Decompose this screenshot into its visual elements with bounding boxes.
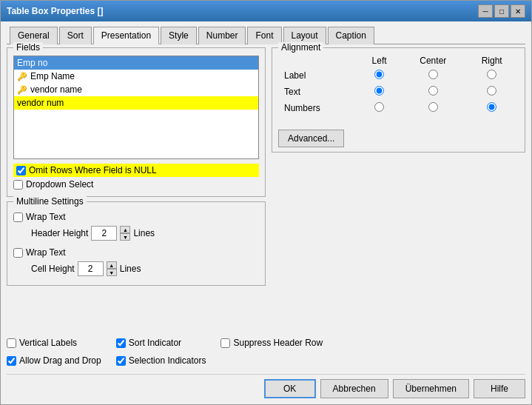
alignment-header-left: Left bbox=[357, 54, 401, 67]
field-item-empno[interactable]: Emp no bbox=[14, 56, 258, 70]
cancel-button[interactable]: Abbrechen bbox=[320, 379, 388, 398]
dropdown-select-label: Dropdown Select bbox=[26, 179, 93, 190]
sort-indicator-checkbox[interactable] bbox=[116, 338, 126, 348]
cell-height-spinner: ▲ ▼ bbox=[107, 261, 117, 276]
left-panel: Fields Emp no 🔑 Emp Name 🔑 vendor name bbox=[7, 47, 266, 329]
multiline-settings-group: Multiline Settings Wrap Text Header Heig… bbox=[7, 201, 266, 286]
key-icon: 🔑 bbox=[17, 85, 27, 95]
header-height-down[interactable]: ▼ bbox=[120, 233, 130, 241]
field-item-empname[interactable]: 🔑 Emp Name bbox=[14, 70, 258, 83]
alignment-row-numbers: Numbers bbox=[278, 100, 519, 116]
alignment-header-empty bbox=[278, 54, 357, 67]
alignment-label-left bbox=[357, 67, 401, 84]
checkbox-col-1: Vertical Labels Allow Drag and Drop bbox=[7, 335, 101, 368]
alignment-table: Left Center Right Label bbox=[278, 54, 519, 116]
tab-caption[interactable]: Caption bbox=[328, 27, 374, 44]
wrap-header-checkbox[interactable] bbox=[13, 212, 23, 222]
omit-rows-label: Omit Rows Where Field is NULL bbox=[29, 165, 157, 175]
bottom-buttons: OK Abbrechen Übernehmen Hilfe bbox=[7, 374, 525, 400]
header-height-input[interactable] bbox=[91, 226, 117, 241]
header-height-up[interactable]: ▲ bbox=[120, 226, 130, 233]
wrap-header-row: Wrap Text bbox=[13, 210, 259, 224]
alignment-label-left-radio[interactable] bbox=[374, 70, 384, 79]
tab-style[interactable]: Style bbox=[161, 27, 197, 44]
selection-indicators-checkbox[interactable] bbox=[116, 356, 126, 366]
allow-drag-row: Allow Drag and Drop bbox=[7, 353, 101, 368]
minimize-button[interactable]: ─ bbox=[478, 4, 493, 18]
alignment-row-label: Label bbox=[278, 67, 519, 84]
omit-rows-checkbox[interactable] bbox=[16, 166, 26, 175]
tab-sort[interactable]: Sort bbox=[59, 27, 92, 44]
header-height-label: Header Height bbox=[16, 228, 88, 238]
cell-height-row: Cell Height ▲ ▼ Lines bbox=[13, 261, 259, 276]
field-item-vendornum[interactable]: vendor num bbox=[14, 96, 258, 110]
fields-group-title: Fields bbox=[13, 42, 43, 53]
multiline-settings-title: Multiline Settings bbox=[13, 196, 87, 207]
fields-group: Fields Emp no 🔑 Emp Name 🔑 vendor name bbox=[7, 47, 266, 197]
fields-list[interactable]: Emp no 🔑 Emp Name 🔑 vendor name vendor n… bbox=[13, 56, 259, 159]
alignment-label-right-radio[interactable] bbox=[487, 70, 496, 79]
field-item-vendorname[interactable]: 🔑 vendor name bbox=[14, 83, 258, 96]
sort-indicator-label: Sort Indicator bbox=[129, 338, 181, 348]
alignment-label-right bbox=[465, 67, 519, 84]
ok-button[interactable]: OK bbox=[264, 379, 316, 398]
wrap-header-label: Wrap Text bbox=[26, 212, 66, 222]
header-lines-label: Lines bbox=[133, 228, 155, 238]
alignment-numbers-right-radio[interactable] bbox=[487, 102, 496, 112]
checkbox-col-2: Sort Indicator Selection Indicators bbox=[116, 335, 206, 368]
alignment-header-center: Center bbox=[401, 54, 465, 67]
header-height-row: Header Height ▲ ▼ Lines bbox=[13, 226, 259, 241]
cell-height-up[interactable]: ▲ bbox=[107, 261, 117, 269]
field-label: Emp no bbox=[17, 58, 47, 68]
main-area: Fields Emp no 🔑 Emp Name 🔑 vendor name bbox=[7, 47, 525, 329]
dropdown-select-checkbox[interactable] bbox=[13, 180, 23, 190]
suppress-header-label: Suppress Header Row bbox=[233, 338, 323, 348]
allow-drag-checkbox[interactable] bbox=[7, 356, 16, 366]
cell-lines-label: Lines bbox=[120, 264, 141, 274]
alignment-row-text: Text bbox=[278, 84, 519, 100]
selection-indicators-row: Selection Indicators bbox=[116, 353, 206, 368]
vertical-labels-row: Vertical Labels bbox=[7, 335, 101, 350]
tab-presentation[interactable]: Presentation bbox=[93, 27, 159, 44]
wrap-cell-section: Wrap Text Cell Height ▲ ▼ Lines bbox=[13, 245, 259, 276]
apply-button[interactable]: Übernehmen bbox=[393, 379, 469, 398]
omit-rows-row: Omit Rows Where Field is NULL bbox=[13, 164, 259, 177]
vertical-labels-checkbox[interactable] bbox=[7, 338, 16, 348]
maximize-button[interactable]: □ bbox=[494, 4, 509, 18]
tab-number[interactable]: Number bbox=[198, 27, 246, 44]
help-button[interactable]: Hilfe bbox=[474, 379, 525, 398]
dialog-content: General Sort Presentation Style Number F… bbox=[1, 21, 531, 404]
advanced-button[interactable]: Advanced... bbox=[278, 130, 344, 147]
key-icon: 🔑 bbox=[17, 72, 27, 81]
wrap-cell-checkbox[interactable] bbox=[13, 248, 23, 258]
title-bar: Table Box Properties [] ─ □ ✕ bbox=[1, 1, 531, 21]
bottom-checkboxes: Vertical Labels Allow Drag and Drop Sort… bbox=[7, 332, 525, 371]
sort-indicator-row: Sort Indicator bbox=[116, 335, 206, 350]
suppress-header-row: Suppress Header Row bbox=[220, 335, 323, 350]
cell-height-input[interactable] bbox=[78, 261, 104, 276]
vertical-labels-label: Vertical Labels bbox=[19, 338, 77, 348]
alignment-label-center-radio[interactable] bbox=[428, 70, 438, 79]
alignment-row-numbers-text: Numbers bbox=[278, 100, 357, 116]
alignment-label-center bbox=[401, 67, 465, 84]
cell-height-label: Cell Height bbox=[16, 264, 75, 274]
wrap-header-section: Wrap Text Header Height ▲ ▼ Lines bbox=[13, 210, 259, 241]
wrap-cell-label: Wrap Text bbox=[26, 247, 66, 258]
alignment-numbers-left-radio[interactable] bbox=[374, 102, 384, 112]
tab-bar: General Sort Presentation Style Number F… bbox=[7, 26, 525, 44]
window-title: Table Box Properties [] bbox=[7, 6, 103, 16]
alignment-text-right-radio[interactable] bbox=[487, 86, 496, 96]
alignment-numbers-center-radio[interactable] bbox=[428, 102, 438, 112]
alignment-group: Alignment Left Center Right bbox=[272, 47, 525, 153]
alignment-header-right: Right bbox=[465, 54, 519, 67]
close-button[interactable]: ✕ bbox=[511, 4, 525, 18]
field-label: vendor num bbox=[17, 98, 64, 108]
alignment-row-text-text: Text bbox=[278, 84, 357, 100]
tab-font[interactable]: Font bbox=[247, 27, 281, 44]
alignment-text-center-radio[interactable] bbox=[428, 86, 438, 96]
dropdown-select-row: Dropdown Select bbox=[13, 177, 259, 192]
right-panel: Alignment Left Center Right bbox=[272, 47, 525, 329]
alignment-text-left-radio[interactable] bbox=[374, 86, 384, 96]
cell-height-down[interactable]: ▼ bbox=[107, 269, 117, 276]
suppress-header-checkbox[interactable] bbox=[220, 338, 230, 348]
